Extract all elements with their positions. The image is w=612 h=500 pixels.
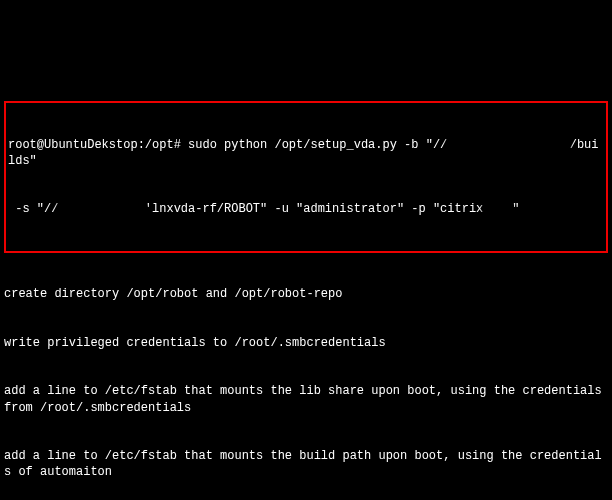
output-line: add a line to /etc/fstab that mounts the…	[4, 448, 608, 480]
prompt-sep: :	[138, 138, 145, 152]
redacted-host-2: xxxxxxxxxxxx	[58, 202, 144, 216]
cmd-part-1: sudo python /opt/setup_vda.py -b "//	[188, 138, 447, 152]
output-line: create directory /opt/robot and /opt/rob…	[4, 286, 608, 302]
cmd-part-3: -s "//	[8, 202, 58, 216]
cmd-part-6: "	[512, 202, 519, 216]
prompt-line-1: root@UbuntuDekstop:/opt# sudo python /op…	[8, 137, 604, 169]
prompt-cwd: /opt	[145, 138, 174, 152]
output-line: write privileged credentials to /root/.s…	[4, 335, 608, 351]
terminal-window[interactable]: root@UbuntuDekstop:/opt# sudo python /op…	[4, 69, 608, 500]
prompt-userhost: root@UbuntuDekstop	[8, 138, 138, 152]
output-line: add a line to /etc/fstab that mounts the…	[4, 383, 608, 415]
redacted-host-1: xxxxxxxxxxxxxxxxx	[447, 138, 569, 152]
prompt-hash: #	[174, 138, 181, 152]
redacted-pw: xxxx	[483, 202, 512, 216]
command-highlight-box: root@UbuntuDekstop:/opt# sudo python /op…	[4, 101, 608, 253]
prompt-line-2: -s "//xxxxxxxxxxxx'lnxvda-rf/ROBOT" -u "…	[8, 201, 604, 217]
cmd-part-4: 'lnxvda-rf/ROBOT" -u "administrator" -p …	[145, 202, 483, 216]
